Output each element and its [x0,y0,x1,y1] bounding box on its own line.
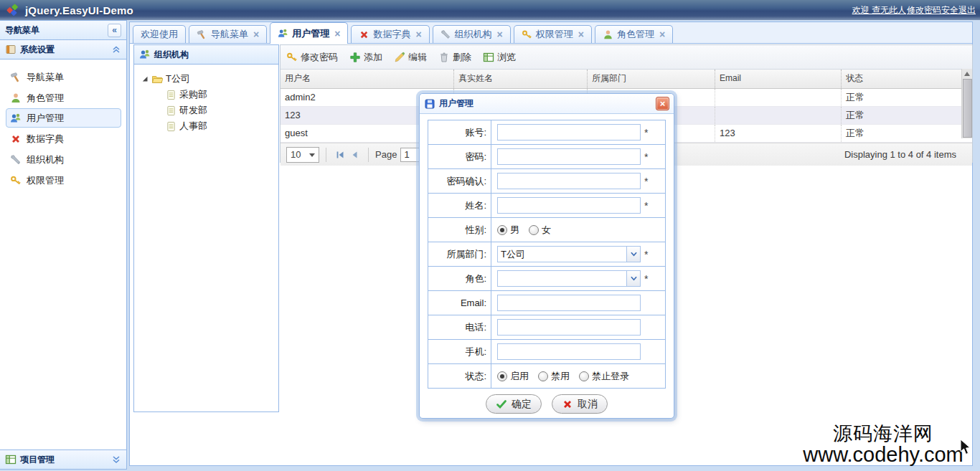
field-label: 电话: [428,315,491,339]
dialog-titlebar[interactable]: 用户管理 [420,94,674,114]
toolbar-button-label: 添加 [364,51,382,64]
form-row-role: 角色: * [428,267,665,291]
required-mark: * [644,151,648,163]
edit-button[interactable]: 编辑 [394,51,427,64]
tab-label: 导航菜单 [211,28,248,41]
status-banned-radio[interactable]: 禁止登录 [579,370,629,383]
column-header-email[interactable]: Email [715,70,842,88]
key-icon [10,175,22,186]
tab-close-icon[interactable] [497,29,503,39]
column-header-realname[interactable]: 真实姓名 [454,70,588,88]
tab-organization[interactable]: 组织机构 [433,25,511,43]
field-label: 密码: [428,145,491,168]
tree-node-company[interactable]: T公司 [134,71,278,87]
tab-roles[interactable]: 角色管理 [595,25,673,43]
department-select[interactable]: T公司 [497,246,641,262]
mouse-cursor-icon [960,439,971,456]
tab-permissions[interactable]: 权限管理 [514,25,592,43]
tab-close-icon[interactable] [253,29,259,39]
logout-link[interactable]: 安全退出 [941,4,976,16]
gender-female-radio[interactable]: 女 [529,224,551,237]
app-window: jQuery.EasyUI-Demo 欢迎 查无此人 修改密码 安全退出 导航菜… [0,0,980,471]
project-table-icon [5,454,17,465]
dialog-body: 账号: * 密码: * 密码确认: [420,114,674,414]
sidebar-collapse-button[interactable] [108,24,121,37]
tab-close-icon[interactable] [415,29,421,39]
tab-close-icon[interactable] [578,29,584,39]
accordion-header-system[interactable]: 系统设置 [0,40,126,60]
scroll-up-arrow-icon[interactable] [962,69,972,79]
accordion-title: 系统设置 [20,44,55,56]
toolbar-button-label: 浏览 [497,51,516,64]
tree-node-dept[interactable]: 研发部 [134,103,278,118]
column-header-username[interactable]: 用户名 [281,70,454,88]
sidebar-item-label: 数据字典 [27,133,64,146]
dialog-close-button[interactable] [656,97,669,110]
column-header-department[interactable]: 所属部门 [588,70,715,88]
ok-button[interactable]: 确定 [486,394,542,414]
chevron-double-up-icon[interactable] [111,44,121,54]
combo-arrow-icon[interactable] [626,271,640,286]
tab-close-icon[interactable] [659,29,665,39]
add-button[interactable]: 添加 [349,51,382,64]
dialog-title: 用户管理 [439,97,473,110]
field-label: 密码确认: [428,169,491,193]
tab-dictionary[interactable]: 数据字典 [351,25,429,43]
sidebar-item-permissions[interactable]: 权限管理 [6,171,121,190]
field-label: Email: [428,291,491,315]
change-password-button[interactable]: 修改密码 [286,51,338,64]
browse-button[interactable]: 浏览 [483,51,516,64]
tab-user-management[interactable]: 用户管理 [270,22,348,44]
cancel-button[interactable]: 取消 [552,394,608,414]
tab-welcome[interactable]: 欢迎使用 [133,25,186,43]
datagrid-scrollbar[interactable] [961,69,972,138]
phone-input[interactable] [497,319,641,336]
red-x-icon [10,133,22,145]
tab-close-icon[interactable] [334,29,340,39]
scrollbar-thumb[interactable] [963,79,972,138]
key-icon [286,52,298,63]
password-confirm-input[interactable] [497,173,641,189]
first-page-button[interactable] [333,150,347,160]
role-select[interactable] [497,270,641,287]
tab-nav-menu[interactable]: 导航菜单 [189,25,267,43]
form-row-department: 所属部门: T公司 * [428,242,665,267]
sidebar-item-users[interactable]: 用户管理 [6,108,121,128]
delete-button[interactable]: 删除 [438,51,471,64]
tree-node-dept[interactable]: 采购部 [134,87,278,103]
accordion-title: 项目管理 [20,454,55,466]
cancel-x-icon [562,399,573,410]
easyui-logo-icon [6,3,20,17]
page-size-select[interactable]: 10 [286,147,319,163]
sidebar-item-organization[interactable]: 组织机构 [6,150,121,169]
sidebar-item-label: 角色管理 [27,92,64,105]
sidebar-item-roles[interactable]: 角色管理 [6,88,121,108]
gender-male-radio[interactable]: 男 [497,224,519,237]
person-icon [603,29,613,40]
chevron-double-down-icon[interactable] [111,455,121,465]
system-settings-icon [5,44,17,55]
combo-arrow-icon[interactable] [626,247,640,262]
table-icon [483,52,494,63]
account-input[interactable] [497,124,641,141]
tree-node-dept[interactable]: 人事部 [134,118,278,134]
toolbar-button-label: 编辑 [408,51,427,64]
mobile-input[interactable] [497,343,641,360]
prev-page-button[interactable] [347,150,362,160]
tree-expanded-caret-icon[interactable] [141,75,149,82]
sidebar-item-nav-menu[interactable]: 导航菜单 [6,67,121,87]
users-icon [10,113,22,124]
email-input[interactable] [497,295,641,311]
password-input[interactable] [497,148,641,165]
sidebar-item-dictionary[interactable]: 数据字典 [6,129,121,148]
change-password-link[interactable]: 修改密码 [907,4,941,16]
tab-label: 数据字典 [373,28,410,41]
accordion-header-project[interactable]: 项目管理 [0,449,126,469]
status-enabled-radio[interactable]: 启用 [497,370,529,383]
status-disabled-radio[interactable]: 禁用 [538,370,570,383]
column-header-status[interactable]: 状态 [842,70,972,88]
page-label: Page [375,149,397,160]
cell-status: 正常 [842,125,972,142]
name-input[interactable] [497,197,641,214]
datagrid-header: 用户名 真实姓名 所属部门 Email 状态 [281,70,972,89]
